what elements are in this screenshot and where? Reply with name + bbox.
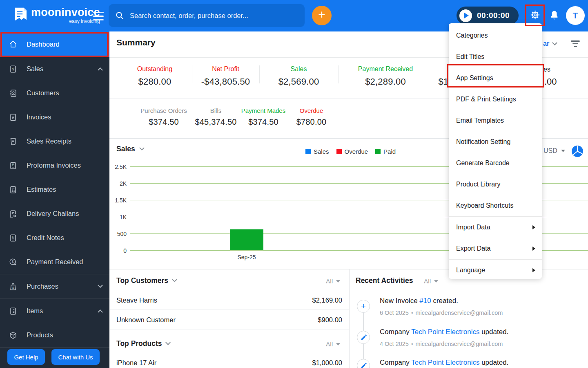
activity-text-suffix: created. [431,297,458,305]
menu-item-label: Language [456,267,532,274]
sidebar-item-estimates[interactable]: Estimates [0,177,109,202]
activity-pencil-icon [357,359,370,368]
menu-item-keyboard-shortcuts[interactable]: Keyboard Shortcuts [449,195,542,216]
sidebar-item-products[interactable]: Products [0,323,109,347]
metric-divider [338,65,339,83]
timer-play-button[interactable] [459,9,472,22]
sidebar-item-payment-received[interactable]: $ Payment Received [0,250,109,274]
metric-purchase-orders: Purchase Orders $374.50 [135,107,193,127]
sidebar-item-credit-notes[interactable]: C Credit Notes [0,226,109,250]
submenu-arrow-icon [532,247,535,251]
menu-item-language[interactable]: Language [449,260,542,281]
customer-row-amount: $900.00 [318,316,342,324]
metric-expenses-label-partial: es [543,66,550,73]
period-selector[interactable]: ar [543,40,557,47]
customer-row-name[interactable]: Steave Harris [116,296,157,304]
customer-row-name[interactable]: Unknown Customer [116,316,176,324]
sidebar-item-label: Products [27,331,102,339]
top-products-header[interactable]: Top Products [116,339,170,348]
chart-bar-paid[interactable] [230,229,263,250]
metric-value: $45,374.50 [193,117,239,127]
metric-label: Payment Mades [239,107,288,114]
svg-text:$: $ [12,285,14,289]
period-selector-label: ar [543,40,549,47]
sidebar-item-dashboard[interactable]: Dashboard [0,31,109,57]
get-help-button[interactable]: Get Help [7,349,45,365]
sidebar-item-items[interactable]: Items [0,299,109,323]
sidebar-item-label: Customers [27,89,102,97]
delivery-challan-icon [9,209,18,218]
top-customers-filter[interactable]: All [326,278,340,285]
menu-item-edit-titles[interactable]: Edit Titles [449,46,542,67]
home-icon [9,40,18,49]
sidebar-item-invoices[interactable]: Invoices [0,105,109,129]
user-avatar[interactable]: T [566,6,585,25]
svg-text:$: $ [12,67,14,71]
chevron-down-icon [172,277,177,282]
menu-item-import-data[interactable]: Import Data [449,217,542,238]
chat-with-us-button[interactable]: Chat with Us [51,349,100,365]
menu-item-app-settings[interactable]: App Settings [449,67,542,89]
metric-bills: Bills $45,374.50 [193,107,239,127]
metric-label: Purchase Orders [135,107,193,114]
product-row-name[interactable]: iPhone 17 Air [116,359,156,367]
top-customers-header[interactable]: Top Customers [116,276,176,285]
settings-gear-icon[interactable] [529,9,541,23]
notifications-bell-icon[interactable] [549,10,560,23]
chart-title-dropdown[interactable]: Sales [116,145,144,153]
svg-text:$: $ [12,260,14,264]
legend-label: Paid [383,148,396,155]
menu-item-product-library[interactable]: Product Library [449,174,542,195]
customers-book-icon [9,89,18,98]
metric-label: Overdue [288,107,335,114]
svg-text:C: C [12,235,14,238]
metric-sales: Sales $2,569.00 [259,65,338,87]
app-window: mooninvoice easy invoicing Search contac… [0,0,588,368]
filter-icon[interactable] [571,40,580,49]
invoice-icon [9,113,18,122]
currency-selector[interactable]: USD [543,147,565,155]
product-box-icon [9,331,18,340]
submenu-arrow-icon [532,225,535,229]
summary-title: Summary [116,38,156,47]
app-logo[interactable]: mooninvoice easy invoicing [14,7,100,24]
legend-swatch-paid [375,149,381,154]
activity-text: New Invoice #10 created. [380,297,458,305]
sidebar-item-purchases[interactable]: $ Purchases [0,274,109,298]
metric-value: $374.50 [135,117,193,127]
sidebar-item-delivery-challans[interactable]: Delivery Challans [0,202,109,226]
sidebar-item-sales-receipts[interactable]: Sales Receipts [0,129,109,153]
activity-link[interactable]: #10 [419,297,431,305]
pie-chart-toggle-icon[interactable] [571,145,584,159]
sidebar-item-customers[interactable]: Customers [0,81,109,105]
section-title: Recent Activities [356,276,413,285]
hamburger-menu-icon[interactable] [93,12,104,23]
menu-item-pdf-print-settings[interactable]: PDF & Print Settings [449,89,542,110]
menu-item-export-data[interactable]: Export Data [449,238,542,259]
settings-dropdown-menu: Categories Edit Titles App Settings PDF … [449,23,542,279]
menu-item-generate-barcode[interactable]: Generate Barcode [449,153,542,174]
column-divider [349,269,350,368]
triangle-down-icon [434,280,438,283]
quick-add-button[interactable]: + [312,6,332,25]
sidebar-item-sales[interactable]: $ Sales [0,57,109,81]
search-input[interactable]: Search contact, order, purchase order... [109,4,305,27]
recent-activities-filter[interactable]: All [424,278,438,285]
timer-value: 00:00:00 [477,11,510,20]
activity-link[interactable]: Tech Point Electronics [411,328,479,336]
menu-item-email-templates[interactable]: Email Templates [449,110,542,131]
activity-link[interactable]: Tech Point Electronics [411,359,479,366]
sidebar-item-label: Proforma Invoices [27,162,102,169]
menu-item-notification-setting[interactable]: Notification Setting [449,131,542,153]
chevron-down-icon [139,145,145,150]
credit-note-icon: C [9,233,18,242]
sidebar-item-proforma-invoices[interactable]: P Proforma Invoices [0,153,109,177]
legend-paid: Paid [375,148,396,155]
menu-item-label: Email Templates [456,117,535,124]
top-products-filter[interactable]: All [326,341,340,348]
mooninvoice-logo-icon [14,7,28,24]
legend-sales: Sales [305,148,329,155]
filter-label: All [326,341,333,348]
metric-label: Payment Received [338,65,433,73]
menu-item-categories[interactable]: Categories [449,25,542,46]
